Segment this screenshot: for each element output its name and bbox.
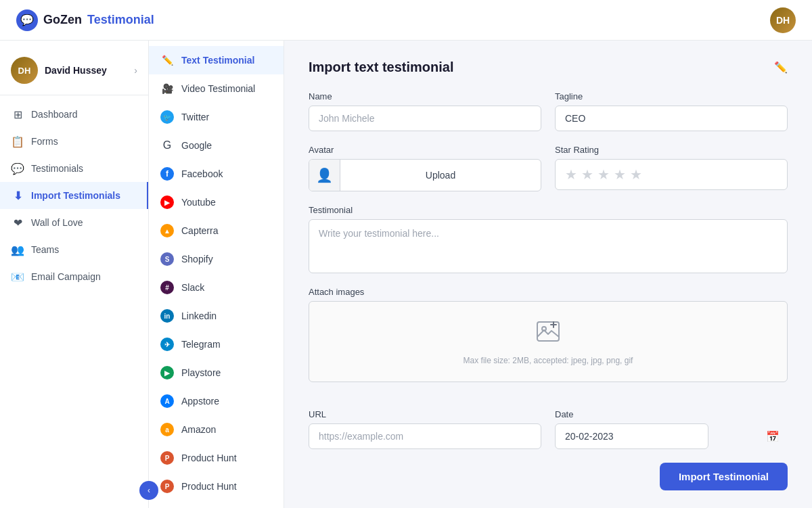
name-label: Name (309, 91, 541, 101)
url-label: URL (309, 409, 541, 419)
source-appstore[interactable]: A Appstore (149, 387, 284, 415)
text-testimonial-icon: ✏️ (160, 53, 175, 68)
logo-testimonial: Testimonial (87, 13, 154, 27)
source-google[interactable]: G Google (149, 131, 284, 160)
testimonial-label: Testimonial (309, 205, 788, 215)
avatar-star-row: Avatar 👤 Upload Star Rating ★ ★ ★ ★ ★ (309, 145, 788, 191)
testimonials-icon: 💬 (11, 162, 24, 175)
upload-button[interactable]: Upload (340, 163, 541, 187)
chevron-right-icon: › (134, 65, 137, 76)
linkedin-icon: in (160, 308, 175, 323)
name-input[interactable] (309, 106, 541, 131)
attach-icon (535, 318, 562, 350)
url-input[interactable] (309, 423, 541, 449)
content-header: Import text testimonial ✏️ (309, 60, 788, 75)
import-testimonials-icon: ⬇ (11, 189, 24, 202)
sidebar-item-teams[interactable]: 👥 Teams (0, 236, 148, 263)
source-capterra[interactable]: ▲ Capterra (149, 216, 284, 245)
name-tagline-row: Name Tagline (309, 91, 788, 131)
facebook-icon: f (160, 166, 175, 181)
source-facebook[interactable]: f Facebook (149, 160, 284, 188)
source-youtube[interactable]: ▶ Youtube (149, 188, 284, 216)
date-input-wrapper: 📅 (555, 423, 788, 449)
source-twitter[interactable]: 🐦 Twitter (149, 103, 284, 131)
source-slack[interactable]: # Slack (149, 273, 284, 302)
telegram-icon: ✈ (160, 337, 175, 352)
date-input[interactable] (555, 423, 708, 449)
star-rating-group: Star Rating ★ ★ ★ ★ ★ (555, 145, 788, 191)
logo-gozen: GoZen (43, 13, 82, 27)
star-1[interactable]: ★ (565, 166, 577, 183)
sidebar-item-testimonials[interactable]: 💬 Testimonials (0, 155, 148, 182)
testimonial-group: Testimonial (309, 205, 788, 273)
attach-hint: Max file size: 2MB, accepted: jpeg, jpg,… (464, 356, 633, 365)
attach-dropzone[interactable]: Max file size: 2MB, accepted: jpeg, jpg,… (309, 301, 788, 382)
testimonial-textarea[interactable] (309, 219, 788, 273)
logo: 💬 GoZen Testimonial (16, 9, 154, 31)
forms-icon: 📋 (11, 135, 24, 148)
video-testimonial-icon: 🎥 (160, 81, 175, 96)
wall-of-love-icon: ❤ (11, 216, 24, 229)
sidebar-item-email-campaign[interactable]: 📧 Email Campaign (0, 263, 148, 290)
sidebar-item-wall-of-love[interactable]: ❤ Wall of Love (0, 209, 148, 236)
tagline-input[interactable] (555, 106, 788, 131)
attach-label: Attach images (309, 287, 788, 297)
user-section[interactable]: DH David Hussey › (0, 51, 148, 95)
sidebar-item-import-testimonials[interactable]: ⬇ Import Testimonials (0, 182, 148, 209)
navbar-avatar[interactable]: DH (770, 7, 796, 33)
avatar-group: Avatar 👤 Upload (309, 145, 541, 191)
dashboard-icon: ⊞ (11, 108, 24, 121)
star-5[interactable]: ★ (630, 166, 642, 183)
source-linkedin[interactable]: in Linkedin (149, 302, 284, 330)
import-sources-panel: ✏️ Text Testimonial 🎥 Video Testimonial … (149, 41, 284, 508)
page-title: Import text testimonial (309, 60, 453, 75)
url-date-row: URL Date 📅 (309, 409, 788, 449)
tagline-label: Tagline (555, 91, 788, 101)
edit-icon[interactable]: ✏️ (774, 61, 788, 74)
star-2[interactable]: ★ (581, 166, 593, 183)
source-playstore[interactable]: ▶ Playstore (149, 359, 284, 387)
date-label: Date (555, 409, 788, 419)
collapse-sidebar-button[interactable]: ‹ (139, 481, 158, 500)
user-avatar: DH (11, 57, 38, 84)
attach-group: Attach images Max file size: 2MB, accept… (309, 287, 788, 396)
date-group: Date 📅 (555, 409, 788, 449)
star-rating-label: Star Rating (555, 145, 788, 155)
source-shopify[interactable]: S Shopify (149, 245, 284, 273)
calendar-icon: 📅 (766, 430, 780, 443)
avatar-placeholder-icon: 👤 (309, 160, 340, 191)
slack-icon: # (160, 280, 175, 295)
user-name: David Hussey (45, 65, 127, 76)
avatar-label: Avatar (309, 145, 541, 155)
sidebar-item-dashboard[interactable]: ⊞ Dashboard (0, 101, 148, 128)
avatar-upload-row: 👤 Upload (309, 159, 541, 191)
star-rating[interactable]: ★ ★ ★ ★ ★ (555, 159, 788, 190)
teams-icon: 👥 (11, 243, 24, 256)
source-product-hunt-1[interactable]: P Product Hunt (149, 444, 284, 472)
sidebar: DH David Hussey › ⊞ Dashboard 📋 Forms 💬 … (0, 41, 149, 508)
logo-icon: 💬 (16, 9, 38, 31)
google-icon: G (160, 138, 175, 153)
product-hunt-1-icon: P (160, 451, 175, 465)
url-group: URL (309, 409, 541, 449)
twitter-icon: 🐦 (160, 110, 175, 124)
product-hunt-2-icon: P (160, 479, 175, 494)
playstore-icon: ▶ (160, 365, 175, 380)
appstore-icon: A (160, 394, 175, 409)
main-content: Import text testimonial ✏️ Name Tagline … (284, 41, 812, 508)
source-product-hunt-2[interactable]: P Product Hunt (149, 472, 284, 501)
email-campaign-icon: 📧 (11, 270, 24, 283)
import-testimonial-button[interactable]: Import Testimonial (660, 463, 788, 490)
capterra-icon: ▲ (160, 223, 175, 238)
source-telegram[interactable]: ✈ Telegram (149, 330, 284, 359)
star-4[interactable]: ★ (614, 166, 626, 183)
name-group: Name (309, 91, 541, 131)
sidebar-item-forms[interactable]: 📋 Forms (0, 128, 148, 155)
source-amazon[interactable]: a Amazon (149, 415, 284, 444)
source-text-testimonial[interactable]: ✏️ Text Testimonial (149, 46, 284, 74)
source-video-testimonial[interactable]: 🎥 Video Testimonial (149, 74, 284, 103)
star-3[interactable]: ★ (597, 166, 610, 183)
shopify-icon: S (160, 252, 175, 267)
youtube-icon: ▶ (160, 195, 175, 210)
tagline-group: Tagline (555, 91, 788, 131)
